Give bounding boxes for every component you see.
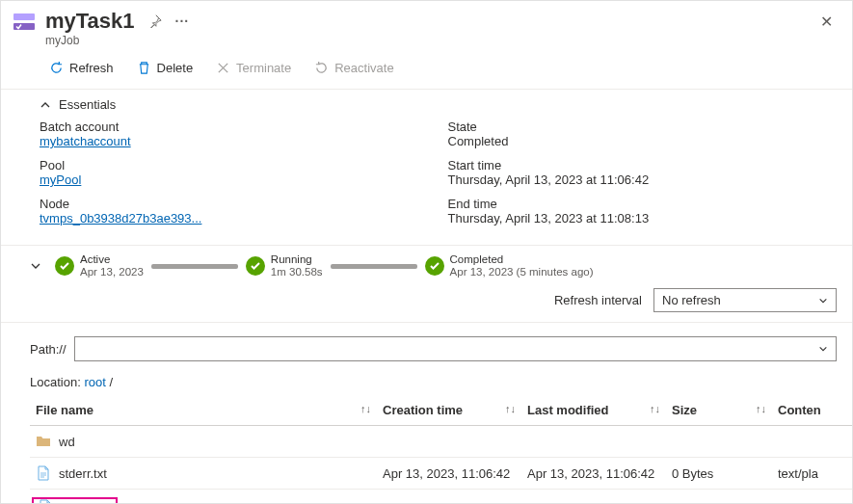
content-cell bbox=[772, 426, 852, 458]
toolbar: Refresh Delete Terminate Reactivate bbox=[1, 51, 852, 90]
mtime-cell bbox=[521, 426, 666, 458]
refresh-button[interactable]: Refresh bbox=[40, 57, 123, 79]
col-filename[interactable]: File name↑↓ bbox=[30, 395, 377, 426]
stage-running-title: Running bbox=[271, 253, 323, 266]
mtime-cell: Apr 13, 2023, 11:06:42 bbox=[521, 458, 666, 490]
state-label: State bbox=[448, 119, 838, 134]
progress-bar bbox=[151, 264, 238, 269]
task-icon bbox=[13, 11, 36, 34]
essentials-label: Essentials bbox=[59, 97, 116, 112]
stage-completed-title: Completed bbox=[450, 253, 594, 266]
mtime-cell: Apr 13, 2023, 11:06:43 bbox=[521, 490, 666, 504]
chevron-down-icon bbox=[818, 344, 828, 354]
ctime-cell: Apr 13, 2023, 11:06:42 bbox=[377, 490, 521, 504]
chevron-down-icon[interactable] bbox=[30, 260, 41, 272]
state-value: Completed bbox=[448, 134, 838, 148]
chevron-down-icon bbox=[818, 296, 828, 305]
pool-link[interactable]: myPool bbox=[40, 172, 429, 187]
node-label: Node bbox=[40, 197, 429, 211]
file-name-cell[interactable]: wd bbox=[36, 434, 371, 449]
stage-active-sub: Apr 13, 2023 bbox=[80, 266, 144, 279]
refresh-interval-select[interactable]: No refresh bbox=[653, 288, 837, 312]
size-cell: 0 Bytes bbox=[666, 458, 772, 490]
location-trail: / bbox=[106, 375, 113, 389]
col-last-modified[interactable]: Last modified↑↓ bbox=[521, 395, 666, 426]
file-table: File name↑↓ Creation time↑↓ Last modifie… bbox=[30, 395, 852, 504]
delete-label: Delete bbox=[157, 61, 194, 75]
check-icon bbox=[246, 256, 265, 276]
essentials-toggle[interactable]: Essentials bbox=[1, 90, 852, 119]
col-content[interactable]: Conten bbox=[772, 395, 852, 426]
stage-active-title: Active bbox=[80, 253, 144, 266]
size-cell: 953 Bytes bbox=[666, 490, 772, 504]
chevron-up-icon bbox=[40, 99, 51, 111]
check-icon bbox=[425, 256, 444, 276]
stage-running-sub: 1m 30.58s bbox=[271, 266, 323, 279]
file-name-cell[interactable]: stderr.txt bbox=[36, 465, 371, 481]
reactivate-button: Reactivate bbox=[305, 57, 403, 79]
close-icon[interactable]: ✕ bbox=[816, 9, 837, 35]
title-text: myTask1 bbox=[45, 9, 135, 34]
terminate-label: Terminate bbox=[236, 61, 291, 75]
location-prefix: Location: bbox=[30, 375, 84, 389]
location-row: Location: root / bbox=[1, 371, 852, 395]
col-creation-time[interactable]: Creation time↑↓ bbox=[377, 395, 521, 426]
svg-rect-0 bbox=[13, 13, 35, 20]
sort-icon: ↑↓ bbox=[756, 403, 766, 414]
breadcrumb: myJob bbox=[45, 34, 816, 47]
sort-icon: ↑↓ bbox=[505, 403, 516, 414]
essentials-body: Batch account mybatchaccount Pool myPool… bbox=[1, 119, 852, 246]
table-row[interactable]: stdout.txtApr 13, 2023, 11:06:42Apr 13, … bbox=[30, 490, 852, 504]
refresh-interval-row: Refresh interval No refresh bbox=[1, 284, 852, 323]
table-row[interactable]: stderr.txtApr 13, 2023, 11:06:42Apr 13, … bbox=[30, 458, 852, 490]
col-size[interactable]: Size↑↓ bbox=[666, 395, 772, 426]
end-time-value: Thursday, April 13, 2023 at 11:08:13 bbox=[448, 211, 838, 225]
ctime-cell bbox=[377, 426, 521, 458]
timeline: ActiveApr 13, 2023 Running1m 30.58s Comp… bbox=[1, 246, 852, 284]
start-time-value: Thursday, April 13, 2023 at 11:06:42 bbox=[448, 172, 838, 187]
file-name-cell[interactable]: stdout.txt bbox=[36, 497, 371, 504]
refresh-interval-value: No refresh bbox=[662, 293, 721, 307]
table-row[interactable]: wd bbox=[30, 426, 852, 458]
path-input[interactable] bbox=[74, 336, 837, 361]
pin-icon[interactable] bbox=[148, 14, 162, 28]
progress-bar bbox=[331, 264, 417, 269]
content-cell: text/pla bbox=[772, 458, 852, 490]
stage-completed: CompletedApr 13, 2023 (5 minutes ago) bbox=[425, 253, 594, 279]
stage-running: Running1m 30.58s bbox=[246, 253, 323, 279]
stage-completed-sub: Apr 13, 2023 (5 minutes ago) bbox=[450, 266, 594, 279]
location-root-link[interactable]: root bbox=[84, 375, 105, 389]
reactivate-label: Reactivate bbox=[334, 61, 393, 75]
page-title: myTask1 ··· bbox=[45, 9, 816, 34]
terminate-button: Terminate bbox=[206, 57, 301, 79]
header: myTask1 ··· myJob ✕ bbox=[1, 1, 852, 51]
path-label: Path:// bbox=[30, 342, 67, 357]
start-time-label: Start time bbox=[448, 158, 838, 172]
content-cell: text/pla bbox=[772, 490, 852, 504]
sort-icon: ↑↓ bbox=[360, 403, 371, 414]
batch-account-link[interactable]: mybatchaccount bbox=[40, 134, 429, 148]
batch-account-label: Batch account bbox=[40, 119, 429, 134]
end-time-label: End time bbox=[448, 197, 838, 211]
more-icon[interactable]: ··· bbox=[175, 13, 190, 29]
refresh-interval-label: Refresh interval bbox=[554, 293, 642, 307]
path-row: Path:// bbox=[1, 323, 852, 371]
delete-button[interactable]: Delete bbox=[127, 57, 203, 79]
check-icon bbox=[55, 256, 74, 276]
sort-icon: ↑↓ bbox=[650, 403, 660, 414]
pool-label: Pool bbox=[40, 158, 429, 172]
refresh-label: Refresh bbox=[69, 61, 114, 75]
size-cell bbox=[666, 426, 772, 458]
ctime-cell: Apr 13, 2023, 11:06:42 bbox=[377, 458, 521, 490]
stage-active: ActiveApr 13, 2023 bbox=[55, 253, 144, 279]
node-link[interactable]: tvmps_0b3938d27b3ae393... bbox=[40, 211, 429, 225]
